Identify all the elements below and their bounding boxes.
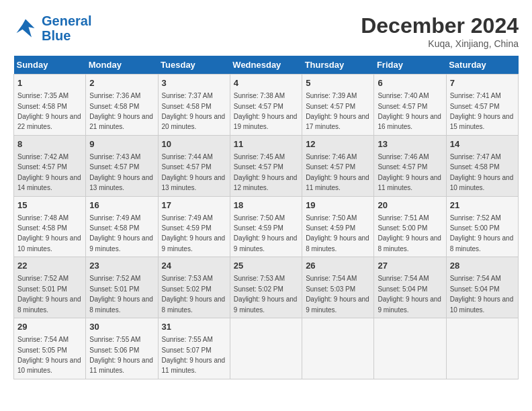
day-info: Sunrise: 7:45 AMSunset: 4:57 PMDaylight:… [234, 153, 298, 191]
calendar-cell: 6 Sunrise: 7:40 AMSunset: 4:57 PMDayligh… [374, 75, 446, 136]
day-info: Sunrise: 7:54 AMSunset: 5:03 PMDaylight:… [306, 275, 369, 313]
day-number: 23 [89, 260, 154, 272]
calendar-cell: 25 Sunrise: 7:53 AMSunset: 5:02 PMDaylig… [230, 257, 302, 318]
day-number: 4 [234, 77, 298, 89]
calendar-cell: 10 Sunrise: 7:44 AMSunset: 4:57 PMDaylig… [158, 135, 230, 196]
calendar-cell: 22 Sunrise: 7:52 AMSunset: 5:01 PMDaylig… [14, 257, 86, 318]
calendar-cell: 29 Sunrise: 7:54 AMSunset: 5:05 PMDaylig… [14, 318, 86, 379]
day-info: Sunrise: 7:52 AMSunset: 5:00 PMDaylight:… [450, 214, 514, 253]
calendar-cell: 27 Sunrise: 7:54 AMSunset: 5:04 PMDaylig… [374, 257, 446, 318]
calendar-cell: 21 Sunrise: 7:52 AMSunset: 5:00 PMDaylig… [446, 196, 518, 257]
day-number: 30 [89, 321, 154, 333]
day-number: 27 [378, 260, 442, 272]
calendar-cell [302, 318, 374, 379]
calendar-cell: 28 Sunrise: 7:54 AMSunset: 5:04 PMDaylig… [446, 257, 518, 318]
page-header: GeneralBlue December 2024 Kuqa, Xinjiang… [13, 13, 519, 49]
day-number: 14 [450, 138, 515, 150]
calendar-cell: 16 Sunrise: 7:49 AMSunset: 4:58 PMDaylig… [86, 196, 158, 257]
day-number: 1 [17, 77, 82, 89]
calendar-cell [446, 318, 518, 379]
day-info: Sunrise: 7:49 AMSunset: 4:59 PMDaylight:… [162, 214, 226, 253]
day-number: 6 [378, 77, 442, 89]
calendar-cell: 12 Sunrise: 7:46 AMSunset: 4:57 PMDaylig… [302, 135, 374, 196]
day-info: Sunrise: 7:39 AMSunset: 4:57 PMDaylight:… [306, 92, 369, 130]
calendar-cell [374, 318, 446, 379]
location: Kuqa, Xinjiang, China [361, 38, 519, 49]
svg-marker-0 [17, 19, 35, 38]
day-number: 10 [162, 138, 226, 150]
calendar-week-row: 22 Sunrise: 7:52 AMSunset: 5:01 PMDaylig… [14, 257, 519, 318]
day-number: 15 [17, 199, 82, 212]
calendar-week-row: 8 Sunrise: 7:42 AMSunset: 4:57 PMDayligh… [14, 135, 519, 196]
day-number: 5 [306, 77, 370, 89]
weekday-header: Sunday [14, 56, 86, 75]
day-info: Sunrise: 7:41 AMSunset: 4:57 PMDaylight:… [450, 92, 514, 130]
day-number: 28 [450, 260, 515, 272]
day-info: Sunrise: 7:44 AMSunset: 4:57 PMDaylight:… [162, 153, 226, 191]
logo-text: GeneralBlue [42, 13, 91, 43]
calendar-cell: 30 Sunrise: 7:55 AMSunset: 5:06 PMDaylig… [86, 318, 158, 379]
day-number: 26 [306, 260, 370, 272]
calendar-table: SundayMondayTuesdayWednesdayThursdayFrid… [13, 56, 519, 379]
day-info: Sunrise: 7:54 AMSunset: 5:04 PMDaylight:… [450, 275, 514, 313]
weekday-header-row: SundayMondayTuesdayWednesdayThursdayFrid… [14, 56, 519, 75]
day-info: Sunrise: 7:50 AMSunset: 4:59 PMDaylight:… [306, 214, 369, 253]
calendar-cell: 7 Sunrise: 7:41 AMSunset: 4:57 PMDayligh… [446, 75, 518, 136]
logo-icon [13, 16, 38, 40]
calendar-week-row: 29 Sunrise: 7:54 AMSunset: 5:05 PMDaylig… [14, 318, 519, 379]
day-info: Sunrise: 7:40 AMSunset: 4:57 PMDaylight:… [378, 92, 441, 130]
day-info: Sunrise: 7:51 AMSunset: 5:00 PMDaylight:… [378, 214, 441, 253]
calendar-cell: 5 Sunrise: 7:39 AMSunset: 4:57 PMDayligh… [302, 75, 374, 136]
day-number: 8 [17, 138, 82, 150]
day-number: 29 [17, 321, 82, 333]
calendar-week-row: 1 Sunrise: 7:35 AMSunset: 4:58 PMDayligh… [14, 75, 519, 136]
month-title: December 2024 [361, 13, 519, 38]
weekday-header: Saturday [446, 56, 518, 75]
calendar-cell: 1 Sunrise: 7:35 AMSunset: 4:58 PMDayligh… [14, 75, 86, 136]
day-number: 9 [89, 138, 154, 150]
weekday-header: Friday [374, 56, 446, 75]
calendar-cell: 19 Sunrise: 7:50 AMSunset: 4:59 PMDaylig… [302, 196, 374, 257]
day-number: 17 [162, 199, 226, 212]
calendar-cell: 18 Sunrise: 7:50 AMSunset: 4:59 PMDaylig… [230, 196, 302, 257]
day-number: 12 [306, 138, 370, 150]
calendar-cell: 3 Sunrise: 7:37 AMSunset: 4:58 PMDayligh… [158, 75, 230, 136]
day-info: Sunrise: 7:54 AMSunset: 5:04 PMDaylight:… [378, 275, 441, 313]
calendar-cell: 14 Sunrise: 7:47 AMSunset: 4:58 PMDaylig… [446, 135, 518, 196]
day-info: Sunrise: 7:50 AMSunset: 4:59 PMDaylight:… [234, 214, 298, 253]
day-info: Sunrise: 7:52 AMSunset: 5:01 PMDaylight:… [17, 275, 81, 313]
day-number: 21 [450, 199, 515, 212]
day-info: Sunrise: 7:36 AMSunset: 4:58 PMDaylight:… [89, 92, 153, 130]
day-info: Sunrise: 7:43 AMSunset: 4:57 PMDaylight:… [89, 153, 153, 191]
day-number: 20 [378, 199, 442, 212]
day-info: Sunrise: 7:37 AMSunset: 4:58 PMDaylight:… [162, 92, 226, 130]
day-info: Sunrise: 7:52 AMSunset: 5:01 PMDaylight:… [89, 275, 153, 313]
day-info: Sunrise: 7:46 AMSunset: 4:57 PMDaylight:… [306, 153, 369, 191]
day-info: Sunrise: 7:53 AMSunset: 5:02 PMDaylight:… [234, 275, 298, 313]
day-info: Sunrise: 7:48 AMSunset: 4:58 PMDaylight:… [17, 214, 81, 253]
calendar-cell: 13 Sunrise: 7:46 AMSunset: 4:57 PMDaylig… [374, 135, 446, 196]
day-number: 24 [162, 260, 226, 272]
logo: GeneralBlue [13, 13, 91, 43]
calendar-cell: 23 Sunrise: 7:52 AMSunset: 5:01 PMDaylig… [86, 257, 158, 318]
day-number: 31 [162, 321, 226, 333]
day-info: Sunrise: 7:42 AMSunset: 4:57 PMDaylight:… [17, 153, 81, 191]
weekday-header: Wednesday [230, 56, 302, 75]
title-block: December 2024 Kuqa, Xinjiang, China [361, 13, 519, 49]
day-info: Sunrise: 7:35 AMSunset: 4:58 PMDaylight:… [17, 92, 81, 130]
calendar-cell: 17 Sunrise: 7:49 AMSunset: 4:59 PMDaylig… [158, 196, 230, 257]
day-number: 16 [89, 199, 154, 212]
day-info: Sunrise: 7:54 AMSunset: 5:05 PMDaylight:… [17, 336, 81, 374]
day-info: Sunrise: 7:53 AMSunset: 5:02 PMDaylight:… [162, 275, 226, 313]
day-info: Sunrise: 7:38 AMSunset: 4:57 PMDaylight:… [234, 92, 298, 130]
calendar-week-row: 15 Sunrise: 7:48 AMSunset: 4:58 PMDaylig… [14, 196, 519, 257]
day-number: 22 [17, 260, 82, 272]
weekday-header: Monday [86, 56, 158, 75]
day-number: 13 [378, 138, 442, 150]
calendar-cell: 24 Sunrise: 7:53 AMSunset: 5:02 PMDaylig… [158, 257, 230, 318]
day-info: Sunrise: 7:46 AMSunset: 4:57 PMDaylight:… [378, 153, 441, 191]
day-number: 2 [89, 77, 154, 89]
day-number: 3 [162, 77, 226, 89]
calendar-cell: 15 Sunrise: 7:48 AMSunset: 4:58 PMDaylig… [14, 196, 86, 257]
day-number: 25 [234, 260, 298, 272]
